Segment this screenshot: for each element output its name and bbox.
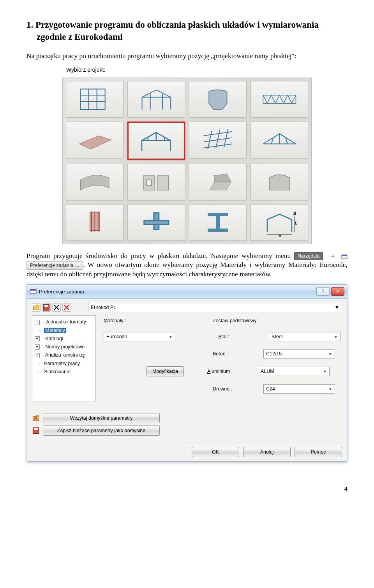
- label-materials: Materiały :: [104, 318, 154, 324]
- chevron-down-icon: ▼: [328, 351, 332, 357]
- project-type-section-i[interactable]: [189, 204, 247, 241]
- project-chooser-label: Wybierz projekt:: [66, 66, 312, 74]
- chevron-down-icon: ▼: [328, 387, 332, 392]
- toolbar-delete-icon[interactable]: [52, 303, 61, 312]
- svg-rect-26: [146, 180, 152, 185]
- svg-rect-0: [80, 89, 105, 109]
- dialog-footer: OK Anuluj Pomoc: [27, 443, 347, 461]
- svg-line-18: [208, 131, 212, 149]
- menu-prefs-chip: Preferencje zadania …: [26, 261, 83, 270]
- aluminium-value: ALUM: [261, 368, 274, 375]
- dialog-help-button[interactable]: ?: [316, 287, 330, 296]
- save-defaults-icon: [32, 427, 40, 434]
- label-basic-set: Zestaw podstawowy: [213, 318, 275, 324]
- cancel-button[interactable]: Anuluj: [243, 447, 291, 457]
- save-defaults-button[interactable]: Zapisz bieżące parametry jako domyślne: [43, 426, 160, 436]
- dialog-titlebar: Preferencje zadania ? ✕: [27, 284, 347, 299]
- svg-rect-46: [30, 290, 36, 291]
- wood-dropdown[interactable]: C24▼: [263, 384, 335, 394]
- project-type-truss-2d[interactable]: [251, 122, 308, 158]
- label-aluminium: Aluminium :: [207, 368, 258, 375]
- aluminium-dropdown[interactable]: ALUM▼: [258, 367, 330, 376]
- label-wood: Drewno :: [213, 386, 263, 392]
- prefs-icon: [341, 253, 348, 260]
- tree-node-catalogs[interactable]: +·· Katalogi: [35, 335, 93, 343]
- project-type-building[interactable]: [66, 81, 123, 118]
- mid-paragraph: Program przygotuje środowisko do pracy w…: [26, 251, 348, 279]
- svg-rect-50: [34, 428, 38, 430]
- svg-marker-27: [210, 182, 231, 190]
- label-steel: Stal :: [218, 334, 269, 340]
- tree-node-units[interactable]: +·· Jednostki i formaty: [35, 318, 93, 326]
- modify-button[interactable]: Modyfikacja: [146, 366, 184, 376]
- svg-rect-37: [216, 213, 220, 231]
- load-defaults-icon: [32, 414, 40, 422]
- project-type-slab[interactable]: [66, 122, 123, 158]
- dialog-toolbar: Eurokod PL ▼: [32, 303, 342, 312]
- preferences-main-pane: Materiały : Zestaw podstawowy Eurocode▼ …: [100, 315, 342, 401]
- svg-marker-28: [213, 174, 231, 182]
- toolbar-open-icon[interactable]: [32, 303, 41, 312]
- help-button[interactable]: Pomoc: [295, 447, 342, 457]
- project-type-frame-2d-selected[interactable]: [127, 122, 185, 160]
- norm-set-dropdown[interactable]: Eurokod PL ▼: [88, 303, 342, 312]
- dialog-close-button[interactable]: ✕: [331, 287, 344, 296]
- svg-text:H: H: [293, 212, 296, 215]
- svg-line-15: [203, 132, 232, 136]
- project-type-shell[interactable]: [251, 164, 308, 200]
- project-type-rc-column[interactable]: [66, 204, 123, 241]
- chevron-down-icon: ▼: [335, 304, 339, 311]
- toolbar-save-icon[interactable]: [42, 303, 51, 312]
- svg-text:B: B: [279, 235, 281, 237]
- preferences-dialog: Preferencje zadania ? ✕ Eurokod PL ▼ +··…: [27, 284, 347, 461]
- mid-text-a: Program przygotuje środowisko do pracy w…: [26, 252, 291, 260]
- dialog-left-footer: Wczytaj domyślne parametry Zapisz bieżąc…: [32, 413, 342, 436]
- ok-button[interactable]: OK: [192, 447, 239, 457]
- chevron-down-icon: ▼: [169, 334, 173, 340]
- chevron-down-icon: ▼: [334, 334, 338, 340]
- project-chooser-figure: Wybierz projekt:: [62, 66, 312, 244]
- tree-node-design-codes[interactable]: +·· Normy projektowe: [35, 343, 93, 351]
- project-type-solid[interactable]: [189, 164, 247, 200]
- tree-node-meshing[interactable]: ··· Siatkowanie: [35, 368, 93, 376]
- project-type-connection[interactable]: [127, 204, 185, 241]
- arrow-glyph: →: [329, 252, 336, 260]
- svg-rect-25: [157, 176, 168, 190]
- materials-dropdown[interactable]: Eurocode▼: [104, 332, 175, 341]
- load-defaults-button[interactable]: Wczytaj domyślne parametry: [43, 413, 160, 423]
- wood-value: C24: [266, 386, 275, 392]
- section-heading: 1. Przygotowanie programu do obliczania …: [26, 19, 348, 43]
- chevron-down-icon: ▼: [323, 369, 327, 374]
- toolbar-reset-icon[interactable]: [62, 303, 71, 312]
- project-type-silo[interactable]: [189, 81, 247, 118]
- tree-node-work-params[interactable]: ··· Parametry pracy: [35, 360, 93, 368]
- svg-line-20: [224, 129, 228, 147]
- project-type-grid: LBH: [62, 78, 312, 244]
- tree-node-analysis[interactable]: +·· Analiza konstrukcji: [35, 351, 93, 359]
- project-type-walls[interactable]: [127, 164, 185, 200]
- project-type-curved-wall[interactable]: [66, 164, 123, 200]
- svg-rect-44: [342, 255, 347, 256]
- svg-text:L: L: [295, 221, 297, 225]
- project-type-grillage[interactable]: [189, 122, 247, 158]
- preferences-tree[interactable]: +·· Jednostki i formaty ··· Materiały +·…: [32, 315, 96, 401]
- menu-tools-chip: Narzędzia: [294, 252, 323, 260]
- svg-rect-48: [44, 305, 48, 307]
- dialog-title-icon: [30, 288, 37, 295]
- svg-marker-10: [79, 136, 111, 149]
- dialog-title: Preferencje zadania: [39, 288, 316, 295]
- concrete-dropdown[interactable]: C12/15▼: [263, 349, 335, 358]
- project-type-truss-3d[interactable]: [251, 81, 308, 118]
- label-concrete: Beton :: [213, 351, 263, 357]
- norm-set-value: Eurokod PL: [91, 304, 116, 311]
- steel-value: Steel: [272, 334, 283, 340]
- svg-rect-34: [144, 220, 168, 224]
- materials-value: Eurocode: [106, 334, 127, 340]
- project-type-portal-params[interactable]: LBH: [251, 204, 308, 241]
- intro-paragraph: Na początku pracy po uruchomieniu progra…: [26, 51, 348, 61]
- tree-node-materials[interactable]: ··· Materiały: [35, 327, 93, 335]
- project-type-hall[interactable]: [127, 81, 185, 118]
- steel-dropdown[interactable]: Steel▼: [269, 332, 340, 341]
- page-number: 4: [26, 485, 348, 494]
- concrete-value: C12/15: [266, 351, 282, 357]
